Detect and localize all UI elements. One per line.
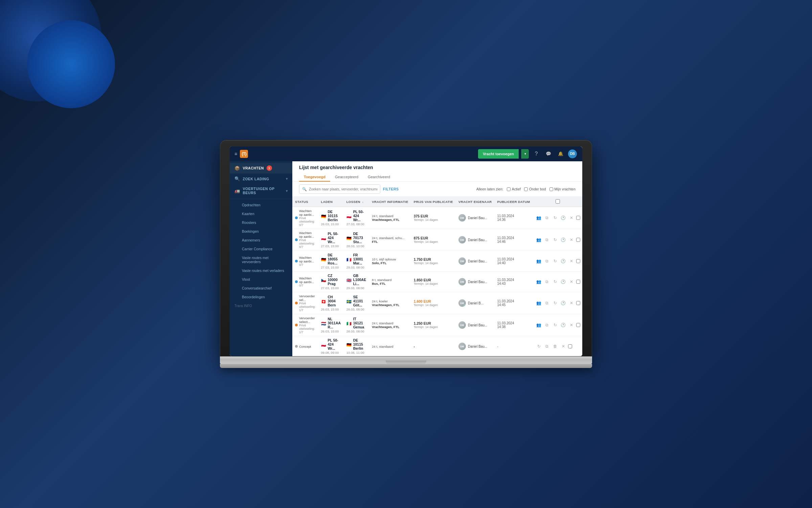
clock-icon[interactable]: 🕐 [560, 236, 567, 243]
checkbox-onderbod-input[interactable] [524, 187, 528, 191]
sidebar-item-beoordelingen[interactable]: Beoordelingen [230, 293, 292, 301]
freight-info-text: 24 t, standaard [372, 321, 393, 325]
sidebar-item-carrier-compliance[interactable]: Carrier Compliance [230, 245, 292, 253]
users-icon[interactable]: 👥 [536, 258, 542, 264]
sidebar-item-vaste-routes-vervoerders[interactable]: Vaste routes met vervoerders [230, 253, 292, 266]
row-checkbox[interactable] [576, 216, 580, 220]
checkbox-actief-input[interactable] [507, 187, 511, 191]
unload-date: 29.03, 08:00 [346, 265, 367, 269]
sidebar-item-aannemers[interactable]: Aannemers [230, 236, 292, 245]
row-checkbox[interactable] [576, 259, 580, 263]
delete-icon[interactable]: 🗑 [552, 343, 559, 350]
owner-initials: DB [460, 345, 464, 348]
cancel-icon[interactable]: ✕ [560, 343, 567, 350]
status-cell: Concept [292, 336, 318, 356]
sidebar-item-zoeklading[interactable]: 🔍 ZOEK LADING ▾ [230, 174, 292, 184]
select-all-checkbox[interactable] [556, 199, 560, 204]
row-checkbox[interactable] [568, 344, 572, 348]
unload-flag: 🇵🇱 [346, 214, 352, 218]
price-sub: Termijn: 14 dagen [414, 261, 453, 265]
refresh-icon[interactable]: ↻ [552, 236, 559, 243]
tab-gearchiveerd[interactable]: Gearchiveerd [363, 173, 395, 182]
cancel-icon[interactable]: ✕ [568, 214, 575, 221]
owner-avatar: DB [458, 299, 466, 307]
copy-icon[interactable]: ⧉ [544, 278, 550, 285]
row-checkbox[interactable] [576, 238, 580, 242]
copy-icon[interactable]: ⧉ [544, 214, 550, 221]
clock-icon[interactable]: 🕐 [560, 214, 567, 221]
bg-circle-2 [27, 20, 115, 108]
cancel-icon[interactable]: ✕ [568, 322, 575, 328]
cancel-icon[interactable]: ✕ [568, 300, 575, 306]
users-icon[interactable]: 👥 [536, 278, 542, 285]
search-icon: 🔍 [302, 187, 307, 191]
checkbox-mijnvrachten-input[interactable] [549, 187, 553, 191]
refresh-icon[interactable]: ↻ [552, 278, 559, 285]
sidebar-item-vrachten[interactable]: 📦 VRACHTEN 1 [230, 163, 292, 174]
row-checkbox[interactable] [576, 301, 580, 305]
copy-icon[interactable]: ⧉ [544, 236, 550, 243]
date-cell: 11.03.2024 14:46 [494, 229, 533, 251]
price-main: - [414, 344, 453, 348]
bell-icon[interactable]: 🔔 [556, 149, 565, 159]
cancel-icon[interactable]: ✕ [568, 258, 575, 264]
copy-icon[interactable]: ⧉ [544, 258, 550, 264]
sidebar-item-conversatie[interactable]: Conversatiearchief [230, 284, 292, 293]
copy-icon[interactable]: ⧉ [544, 322, 550, 328]
checkbox-actief[interactable]: Actief [507, 187, 521, 191]
owner-avatar: DB [458, 343, 466, 350]
user-avatar[interactable]: DB [568, 149, 577, 158]
sidebar-item-vaste-routes-verladers[interactable]: Vaste routes met verladers [230, 266, 292, 275]
tab-toegevoegd[interactable]: Toegevoegd [299, 173, 330, 182]
load-date: 26.03, 15:00 [321, 329, 341, 333]
sidebar-item-boekingen[interactable]: Boekingen [230, 227, 292, 236]
refresh-icon[interactable]: ↻ [552, 258, 559, 264]
status-text: Wachten op aanbi... [299, 276, 314, 284]
copy-icon[interactable]: ⧉ [544, 300, 550, 306]
search-input[interactable] [309, 187, 377, 191]
th-lossen[interactable]: LOSSEN ↓ [344, 197, 369, 207]
action-icons: 👥 ⧉ ↻ 🕐 ✕ [536, 300, 580, 306]
users-icon[interactable]: 👥 [536, 236, 542, 243]
chat-icon[interactable]: 💬 [544, 149, 553, 159]
freight-info-cell: 24 t, standaard, schu... FTL [369, 229, 411, 251]
date-value: 11.03.2024 [497, 257, 530, 261]
load-flag: 🇳🇱 [321, 321, 326, 325]
hamburger-icon[interactable]: ≡ [234, 151, 237, 157]
sidebar-item-opdrachten[interactable]: Opdrachten [230, 201, 292, 209]
help-icon[interactable]: ? [532, 149, 541, 159]
users-icon[interactable]: 👥 [536, 300, 542, 306]
unload-date: 10.08, 11:00 [346, 351, 367, 354]
date-cell: 11.03.2024 14:36 [494, 207, 533, 229]
refresh-icon[interactable]: ↻ [552, 300, 559, 306]
add-freight-dropdown-button[interactable]: ▾ [521, 149, 529, 159]
checkbox-onderbod[interactable]: Onder bod [524, 187, 546, 191]
load-city: PL 50-424 Wr... [328, 232, 341, 244]
row-checkbox[interactable] [576, 280, 580, 284]
time-value: 14:46 [497, 240, 530, 244]
sidebar-item-vloot[interactable]: Vloot [230, 275, 292, 284]
copy-icon[interactable]: ⧉ [544, 343, 550, 350]
users-icon[interactable]: 👥 [536, 322, 542, 328]
cancel-icon[interactable]: ✕ [568, 236, 575, 243]
checkbox-mijnvrachten[interactable]: Mijn vrachten [549, 187, 576, 191]
users-icon[interactable]: 👥 [536, 214, 542, 221]
owner-initials: DB [460, 260, 464, 263]
refresh-icon[interactable]: ↻ [552, 322, 559, 328]
clock-icon[interactable]: 🕐 [560, 322, 567, 328]
cancel-icon[interactable]: ✕ [568, 278, 575, 285]
tab-geaccepteerd[interactable]: Geaccepteerd [330, 173, 363, 182]
sidebar-item-voertuigen[interactable]: 🚛 VOERTUIGEN OP BEURS ▾ [230, 184, 292, 198]
row-checkbox[interactable] [576, 323, 580, 327]
sidebar-item-kaarten[interactable]: Kaarten [230, 209, 292, 218]
add-freight-button[interactable]: Vracht toevoegen [478, 149, 519, 159]
clock-icon[interactable]: 🕐 [560, 300, 567, 306]
refresh-icon[interactable]: ↻ [536, 343, 542, 350]
filters-button[interactable]: FILTERS [383, 187, 399, 191]
clock-icon[interactable]: 🕐 [560, 258, 567, 264]
owner-cell: DB Daniel Bau... [456, 336, 494, 356]
sidebar-item-roosters[interactable]: Roosters [230, 218, 292, 227]
owner-avatar: DB [458, 214, 466, 222]
clock-icon[interactable]: 🕐 [560, 278, 567, 285]
refresh-icon[interactable]: ↻ [552, 214, 559, 221]
